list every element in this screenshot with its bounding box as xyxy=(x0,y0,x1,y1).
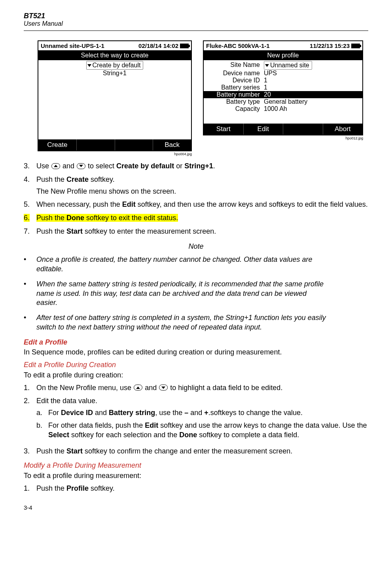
softkey-empty xyxy=(283,124,323,135)
device-screen-1: Unnamed site-UPS-1-1 02/18/14 14:02 Sele… xyxy=(38,40,192,151)
row-battery-number: Battery number 20 xyxy=(204,91,362,98)
edit-profile-intro: In Sequence mode, profiles can be edited… xyxy=(24,348,368,357)
step-3: 3. Use and to select Create by default o… xyxy=(24,162,368,171)
header-rule xyxy=(24,30,368,31)
battery-icon xyxy=(180,44,189,48)
row-capacity: Capacity 1000 Ah xyxy=(204,105,362,112)
down-key-icon xyxy=(159,385,168,390)
note-heading: Note xyxy=(24,242,368,251)
ec-substeps: a. For Device ID and Battery string, use… xyxy=(36,408,368,440)
step-6: 6. Push the Done softkey to exit the edi… xyxy=(24,213,368,223)
row-device-id: Device ID 1 xyxy=(204,77,362,84)
ec-step-2b: b. For other data fields, push the Edit … xyxy=(36,421,368,440)
device-screen-2: Fluke-ABC 500kVA-1-1 11/22/13 15:23 New … xyxy=(203,40,363,135)
up-key-icon xyxy=(51,163,60,169)
main-content: 3. Use and to select Create by default o… xyxy=(24,162,368,493)
screen1-title-right: 02/18/14 14:02 xyxy=(138,42,178,49)
step-5: 5. When necessary, push the Edit softkey… xyxy=(24,200,368,210)
heading-modify-measure: Modify a Profile During Measurement xyxy=(24,461,368,470)
step-4-sub: The New Profile menu shows on the screen… xyxy=(36,187,368,196)
doc-subtitle: Users Manual xyxy=(24,20,368,27)
softkey-abort: Abort xyxy=(323,124,363,135)
softkey-back: Back xyxy=(153,139,191,150)
screenshot-1-wrap: Unnamed site-UPS-1-1 02/18/14 14:02 Sele… xyxy=(38,40,192,156)
chevron-down-icon xyxy=(87,64,91,67)
step-4: 4. Push the Create softkey. The New Prof… xyxy=(24,175,368,196)
screen2-titlebar: Fluke-ABC 500kVA-1-1 11/22/13 15:23 xyxy=(204,41,362,51)
screen1-softkeys: Create Back xyxy=(38,139,191,150)
step-7: 7. Push the Start softkey to enter the m… xyxy=(24,227,368,236)
row-device-name: Device name UPS xyxy=(204,70,362,77)
screen2-heading: New profile xyxy=(204,51,362,60)
battery-icon xyxy=(351,44,360,48)
softkey-empty xyxy=(115,139,153,150)
ec-step-2a: a. For Device ID and Battery string, use… xyxy=(36,408,368,418)
note-list: •Once a profile is created, the battery … xyxy=(24,255,368,332)
screen1-selected-option: Create by default xyxy=(86,61,144,70)
page-number: 3-4 xyxy=(24,504,368,511)
ec-step-3: 3. Push the Start softkey to confirm the… xyxy=(24,447,368,456)
softkey-empty xyxy=(77,139,115,150)
screen1-body: Create by default String+1 xyxy=(38,60,191,139)
heading-edit-creation: Edit a Profile During Creation xyxy=(24,360,368,370)
screen1-titlebar: Unnamed site-UPS-1-1 02/18/14 14:02 xyxy=(38,41,191,51)
softkey-create: Create xyxy=(38,139,77,150)
screen1-option2: String+1 xyxy=(42,70,188,77)
screenshots-row: Unnamed site-UPS-1-1 02/18/14 14:02 Sele… xyxy=(38,40,368,156)
ec-step-2: 2. Edit the data value. a. For Device ID… xyxy=(24,396,368,443)
modify-measure-steps: 1. Push the Profile softkey. xyxy=(24,484,368,493)
down-key-icon xyxy=(77,163,85,169)
procedure-steps: 3. Use and to select Create by default o… xyxy=(24,162,368,236)
ec-step-1: 1. On the New Profile menu, use and to h… xyxy=(24,383,368,393)
edit-creation-steps: 1. On the New Profile menu, use and to h… xyxy=(24,383,368,457)
screen2-caption: hpo012.jpg xyxy=(345,136,363,140)
screen2-body: Site Name Unnamed site Device name UPS D… xyxy=(204,60,362,124)
up-key-icon xyxy=(134,385,142,390)
screen1-heading: Select the way to create xyxy=(38,51,191,60)
row-battery-series: Battery series 1 xyxy=(204,84,362,91)
screen2-softkeys: Start Edit Abort xyxy=(204,124,362,135)
note-1: •Once a profile is created, the battery … xyxy=(24,255,368,274)
screen1-caption: hpo004.jpg xyxy=(174,152,192,156)
note-3: •After test of one battery string is com… xyxy=(24,313,368,332)
modify-measure-intro: To edit a profile during measurement: xyxy=(24,471,368,481)
screen1-title-left: Unnamed site-UPS-1-1 xyxy=(41,42,104,49)
note-2: •When the same battery string is tested … xyxy=(24,280,368,308)
doc-model: BT521 xyxy=(24,12,368,20)
row-site-name: Site Name Unnamed site xyxy=(204,60,362,70)
screen2-title-right: 11/22/13 15:23 xyxy=(310,42,350,49)
softkey-start: Start xyxy=(204,124,244,135)
screenshot-2-wrap: Fluke-ABC 500kVA-1-1 11/22/13 15:23 New … xyxy=(203,40,363,140)
softkey-edit: Edit xyxy=(244,124,284,135)
mm-step-1: 1. Push the Profile softkey. xyxy=(24,484,368,493)
chevron-down-icon xyxy=(265,64,269,67)
heading-edit-profile: Edit a Profile xyxy=(24,338,368,347)
row-battery-type: Battery type General battery xyxy=(204,98,362,105)
page-header: BT521 Users Manual xyxy=(24,12,368,27)
screen2-title-left: Fluke-ABC 500kVA-1-1 xyxy=(206,42,270,49)
edit-creation-intro: To edit a profile during creation: xyxy=(24,371,368,380)
